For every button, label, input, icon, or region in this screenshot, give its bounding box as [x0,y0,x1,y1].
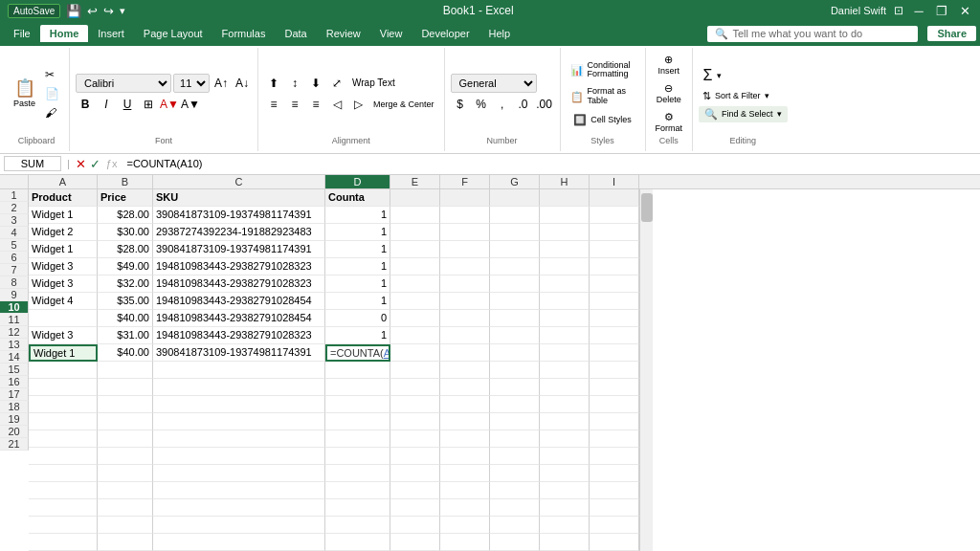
cell-i1[interactable] [590,189,639,207]
cell-b21[interactable] [98,534,153,551]
restore-button[interactable]: ❐ [934,3,949,18]
cancel-formula-button[interactable]: ✕ [76,157,86,171]
cell-b14[interactable] [98,413,153,430]
copy-button[interactable]: 📄 [41,85,63,102]
cell-a15[interactable] [29,430,98,448]
wrap-text-button[interactable]: Wrap Text [348,76,399,90]
cell-f6[interactable] [440,276,490,293]
cell-g13[interactable] [490,396,540,413]
cell-e16[interactable] [390,448,440,465]
col-header-h[interactable]: H [540,175,590,188]
cell-d5[interactable]: 1 [325,258,390,276]
tab-file[interactable]: File [4,25,40,42]
align-middle-button[interactable]: ↕ [285,74,304,93]
cell-g1[interactable] [490,189,540,207]
cell-styles-button[interactable]: 🔲 Cell Styles [567,112,639,128]
cell-a2[interactable]: Widget 1 [29,207,98,224]
cell-h2[interactable] [540,207,590,224]
cell-h15[interactable] [540,430,590,448]
cell-d4[interactable]: 1 [325,241,390,258]
conditional-formatting-button[interactable]: 📊 Conditional Formatting [567,59,639,82]
cell-c21[interactable] [153,534,325,551]
cell-g6[interactable] [490,276,540,293]
cell-e3[interactable] [390,224,440,241]
cell-f11[interactable] [440,362,490,379]
cell-f15[interactable] [440,430,490,448]
cell-g15[interactable] [490,430,540,448]
cell-h11[interactable] [540,362,590,379]
cell-a10[interactable]: Widget 1 [29,344,98,362]
cell-i4[interactable] [590,241,639,258]
cell-b20[interactable] [98,517,153,534]
cell-h16[interactable] [540,448,590,465]
cell-e14[interactable] [390,413,440,430]
cell-c15[interactable] [153,430,325,448]
cell-g16[interactable] [490,448,540,465]
tab-review[interactable]: Review [317,25,370,42]
cell-f20[interactable] [440,517,490,534]
cell-i20[interactable] [590,517,639,534]
scroll-thumb[interactable] [641,193,653,222]
cell-i19[interactable] [590,499,639,517]
merge-center-button[interactable]: Merge & Center [369,98,438,111]
undo-icon[interactable]: ↩ [87,4,98,18]
cell-f9[interactable] [440,327,490,344]
row-num-20[interactable]: 20 [0,426,29,438]
cell-h1[interactable] [540,189,590,207]
row-num-6[interactable]: 6 [0,252,29,264]
col-header-a[interactable]: A [29,175,98,188]
row-num-14[interactable]: 14 [0,351,29,364]
col-header-d[interactable]: D [325,175,390,188]
cell-c13[interactable] [153,396,325,413]
cell-g19[interactable] [490,499,540,517]
increase-font-button[interactable]: A↑ [212,74,231,93]
cell-b16[interactable] [98,448,153,465]
cell-g11[interactable] [490,362,540,379]
cell-d10[interactable]: =COUNTA(A10) [325,344,390,362]
cell-h13[interactable] [540,396,590,413]
cell-f19[interactable] [440,499,490,517]
cell-b1[interactable]: Price [98,189,153,207]
cell-i5[interactable] [590,258,639,276]
insert-button[interactable]: ⊕ Insert [655,52,684,78]
cell-c5[interactable]: 194810983443-29382791028323 [153,258,325,276]
cell-f21[interactable] [440,534,490,551]
bold-button[interactable]: B [76,95,95,114]
col-header-f[interactable]: F [440,175,490,188]
tab-page-layout[interactable]: Page Layout [134,25,212,42]
cell-i18[interactable] [590,482,639,499]
cell-d9[interactable]: 1 [325,327,390,344]
cell-h18[interactable] [540,482,590,499]
cell-a13[interactable] [29,396,98,413]
align-bottom-button[interactable]: ⬇ [306,74,325,93]
autosum-button[interactable]: Σ ▾ [699,65,725,86]
cell-d7[interactable]: 1 [325,293,390,310]
minimize-button[interactable]: ─ [911,3,926,18]
cell-c6[interactable]: 194810983443-29382791028323 [153,276,325,293]
percent-button[interactable]: % [472,95,491,114]
row-num-2[interactable]: 2 [0,202,29,214]
cell-h4[interactable] [540,241,590,258]
cell-e17[interactable] [390,465,440,482]
row-num-21[interactable]: 21 [0,438,29,451]
cell-f12[interactable] [440,379,490,396]
decrease-decimal-button[interactable]: .0 [514,95,533,114]
autosave-badge[interactable]: AutoSave [8,4,60,18]
cell-g20[interactable] [490,517,540,534]
cell-b10[interactable]: $40.00 [98,344,153,362]
cell-g12[interactable] [490,379,540,396]
align-center-button[interactable]: ≡ [285,95,304,114]
cell-e9[interactable] [390,327,440,344]
cell-d8[interactable]: 0 [325,310,390,327]
cell-b6[interactable]: $32.00 [98,276,153,293]
cell-c10[interactable]: 390841873109-19374981174391 [153,344,325,362]
cell-c12[interactable] [153,379,325,396]
redo-icon[interactable]: ↪ [103,4,114,18]
font-color-button[interactable]: A▼ [181,95,200,114]
cell-e18[interactable] [390,482,440,499]
cell-e21[interactable] [390,534,440,551]
cell-a3[interactable]: Widget 2 [29,224,98,241]
cut-button[interactable]: ✂ [41,66,63,83]
share-button[interactable]: Share [927,26,976,41]
cell-c4[interactable]: 390841873109-19374981174391 [153,241,325,258]
